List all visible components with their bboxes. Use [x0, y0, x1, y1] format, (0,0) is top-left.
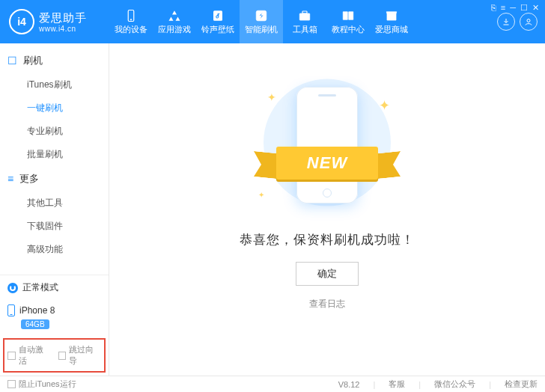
auto-activate-checkbox[interactable]: 自动激活 [7, 344, 51, 367]
top-nav: 我的设备 应用游戏 铃声壁纸 智能刷机 工具箱 教程中心 爱思商城 [109, 0, 413, 43]
window-btn-2[interactable]: ≡ [501, 3, 505, 13]
book-icon [341, 9, 356, 22]
download-icon [502, 17, 511, 26]
apps-icon [167, 9, 182, 22]
nav-my-device[interactable]: 我的设备 [109, 0, 153, 43]
footer-link-wechat[interactable]: 微信公众号 [434, 379, 475, 390]
nav-label: 教程中心 [332, 24, 365, 35]
store-icon [384, 9, 399, 22]
nav-toolbox[interactable]: 工具箱 [283, 0, 326, 43]
phone-illustration-icon [296, 87, 358, 203]
checkbox-label: 跳过向导 [69, 344, 101, 367]
sidebar: ☐ 刷机 iTunes刷机 一键刷机 专业刷机 批量刷机 ≡ 更多 其他工具 下… [0, 43, 109, 376]
svg-rect-5 [302, 11, 307, 13]
options-highlight-box: 自动激活 跳过向导 [3, 338, 106, 373]
content-area: ✦✦✦ NEW 恭喜您，保资料刷机成功啦！ 确定 查看日志 [109, 43, 545, 376]
sidebar-section-more[interactable]: ≡ 更多 [0, 166, 109, 192]
phone-icon [124, 9, 138, 22]
sidebar-item-advanced[interactable]: 高级功能 [0, 238, 109, 261]
sidebar-item-pro-flash[interactable]: 专业刷机 [0, 120, 109, 143]
svg-point-1 [130, 19, 132, 20]
app-name: 爱思助手 [39, 11, 87, 25]
user-button[interactable] [520, 13, 538, 31]
checkbox-icon [58, 352, 67, 360]
nav-store[interactable]: 爱思商城 [370, 0, 413, 43]
nav-label: 我的设备 [115, 24, 147, 35]
window-maximize[interactable]: ☐ [520, 3, 528, 13]
footer-link-update[interactable]: 检查更新 [505, 379, 538, 390]
nav-label: 爱思商城 [375, 24, 408, 35]
checkbox-icon [7, 380, 16, 388]
nav-label: 铃声壁纸 [201, 24, 234, 35]
ribbon-label: NEW [276, 147, 378, 180]
version-label: V8.12 [338, 380, 360, 389]
flash-icon [254, 9, 269, 22]
device-phone-icon [7, 304, 15, 316]
block-itunes-checkbox[interactable]: 阻止iTunes运行 [7, 379, 76, 390]
app-url: www.i4.cn [39, 25, 87, 33]
device-storage-badge: 64GB [21, 319, 49, 329]
footer: 阻止iTunes运行 V8.12 客服 微信公众号 检查更新 [0, 376, 545, 392]
checkbox-label: 自动激活 [19, 344, 51, 367]
sidebar-item-other-tools[interactable]: 其他工具 [0, 192, 109, 215]
nav-apps[interactable]: 应用游戏 [153, 0, 196, 43]
sidebar-item-download-firmware[interactable]: 下载固件 [0, 215, 109, 238]
flash-section-icon: ☐ [7, 55, 17, 67]
checkbox-icon [7, 352, 16, 360]
nav-label: 应用游戏 [158, 24, 191, 35]
app-logo-icon: i4 [9, 9, 34, 34]
download-button[interactable] [497, 13, 515, 31]
mode-label: 正常模式 [22, 281, 58, 294]
nav-tutorial[interactable]: 教程中心 [326, 0, 370, 43]
toolbox-icon [297, 9, 312, 22]
sidebar-item-onekey-flash[interactable]: 一键刷机 [0, 97, 109, 120]
ok-button[interactable]: 确定 [296, 262, 359, 286]
logo-area: i4 爱思助手 www.i4.cn [0, 0, 109, 43]
app-header: ⎘ ≡ ─ ☐ ✕ i4 爱思助手 www.i4.cn 我的设备 应用游戏 铃声… [0, 0, 545, 43]
window-minimize[interactable]: ─ [510, 3, 516, 13]
nav-label: 智能刷机 [245, 24, 278, 35]
success-message: 恭喜您，保资料刷机成功啦！ [240, 232, 415, 248]
section-title-label: 更多 [19, 172, 39, 186]
sidebar-item-itunes-flash[interactable]: iTunes刷机 [0, 73, 109, 97]
window-close[interactable]: ✕ [532, 3, 539, 13]
more-section-icon: ≡ [7, 173, 13, 185]
sidebar-section-flash[interactable]: ☐ 刷机 [0, 48, 109, 73]
device-row[interactable]: iPhone 8 [0, 300, 109, 318]
window-btn-1[interactable]: ⎘ [491, 3, 496, 13]
device-name: iPhone 8 [19, 305, 55, 316]
device-mode-row[interactable]: 正常模式 [0, 275, 109, 300]
new-ribbon: NEW [258, 147, 396, 180]
skip-guide-checkbox[interactable]: 跳过向导 [58, 344, 102, 367]
footer-link-support[interactable]: 客服 [389, 379, 405, 390]
nav-ringtone[interactable]: 铃声壁纸 [196, 0, 240, 43]
section-title-label: 刷机 [23, 54, 43, 67]
music-icon [210, 9, 225, 22]
mode-icon [7, 283, 18, 293]
sidebar-item-batch-flash[interactable]: 批量刷机 [0, 143, 109, 166]
svg-point-6 [527, 19, 530, 22]
user-icon [524, 17, 533, 26]
success-illustration: ✦✦✦ NEW [245, 78, 409, 212]
nav-label: 工具箱 [293, 24, 317, 35]
nav-flash[interactable]: 智能刷机 [240, 0, 283, 43]
window-controls: ⎘ ≡ ─ ☐ ✕ [491, 3, 539, 13]
checkbox-label: 阻止iTunes运行 [19, 379, 76, 390]
svg-rect-4 [299, 13, 310, 20]
view-log-link[interactable]: 查看日志 [309, 298, 345, 310]
